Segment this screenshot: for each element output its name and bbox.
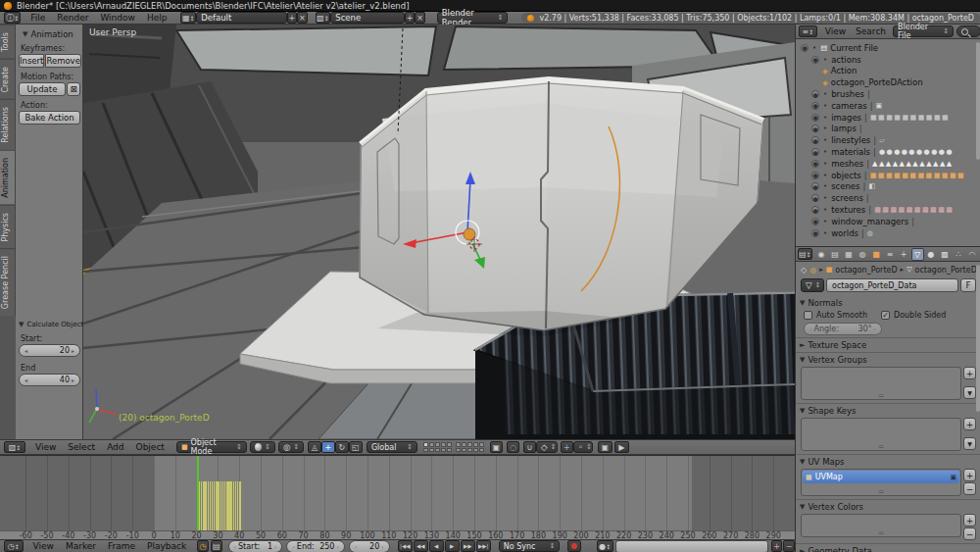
- slider-right-arrow-icon[interactable]: ▸: [72, 347, 74, 354]
- outliner-item-label[interactable]: screens: [831, 193, 863, 203]
- menu-item[interactable]: Frame: [102, 541, 141, 551]
- shape-key-add-button[interactable]: +: [963, 418, 976, 430]
- slider-left-arrow-icon[interactable]: ◂: [24, 376, 27, 383]
- outliner-row[interactable]: ●•screens|: [798, 192, 979, 204]
- breadcrumb-data[interactable]: octagon_PorteD_Data: [915, 266, 980, 275]
- expander-icon[interactable]: ●: [801, 44, 808, 52]
- vertex-group-specials-button[interactable]: ▼: [963, 386, 976, 399]
- path-end-slider[interactable]: ◂ 40 ▸: [19, 374, 80, 386]
- animation-panel-header[interactable]: ▼ Animation: [19, 27, 80, 41]
- smooth-angle-slider[interactable]: ‹Angle: 30°›: [804, 323, 882, 335]
- editor-type-info-icon[interactable]: ⓘ↕: [4, 12, 21, 24]
- slider-left-arrow-icon[interactable]: ◂: [24, 347, 27, 354]
- active-keying-set-field[interactable]: [615, 540, 768, 552]
- update-paths-button[interactable]: Update: [19, 82, 66, 96]
- outliner-row[interactable]: ◈Action: [798, 66, 979, 77]
- outliner-display-mode-select[interactable]: Blender File↕: [893, 25, 954, 37]
- scene-lock-icon[interactable]: ▣: [490, 441, 503, 453]
- layer-toggle[interactable]: [429, 448, 434, 453]
- layer-toggle[interactable]: [479, 448, 484, 453]
- mode-select[interactable]: ■ Object Mode↕: [176, 441, 247, 453]
- mesh-browse-icon[interactable]: ▽↕: [801, 278, 824, 292]
- scene-add-button[interactable]: +: [405, 12, 415, 24]
- menu-item[interactable]: Render: [51, 13, 94, 23]
- menu-item[interactable]: View: [820, 26, 851, 36]
- layer-toggle[interactable]: [423, 442, 428, 447]
- translate-manipulator-icon[interactable]: +: [321, 441, 335, 453]
- properties-tab-particles[interactable]: ∴: [953, 248, 965, 261]
- tool-shelf-tab[interactable]: Physics: [0, 205, 16, 249]
- properties-tab-constraints[interactable]: ≡: [884, 248, 897, 261]
- properties-tab-object-data[interactable]: ▽: [911, 248, 924, 261]
- layer-toggle[interactable]: [462, 442, 466, 447]
- vertex-group-add-button[interactable]: +: [963, 367, 976, 379]
- outliner-row[interactable]: ●•actions: [798, 54, 979, 66]
- outliner-item-label[interactable]: Action: [831, 66, 858, 75]
- outliner-item-label[interactable]: octagon_PorteDAction: [831, 77, 923, 87]
- vertex-colors-panel-header[interactable]: ▼Vertex Colors: [796, 499, 980, 514]
- playhead[interactable]: [197, 456, 199, 530]
- render-opengl-anim-icon[interactable]: ▶: [614, 441, 629, 453]
- remove-keyframe-button[interactable]: Remove: [45, 54, 81, 68]
- datablock-name-field[interactable]: octagon_PorteD_Data: [826, 278, 958, 292]
- uv-map-add-button[interactable]: +: [963, 469, 976, 481]
- properties-tab-render-layers[interactable]: ▤: [829, 248, 842, 261]
- outliner-row[interactable]: ●•materials|●●●●●●●●●●: [798, 146, 979, 158]
- outliner-item-label[interactable]: scenes: [831, 181, 859, 191]
- outliner-row[interactable]: ●•worlds|◍: [798, 227, 979, 239]
- properties-tab-texture[interactable]: ▩: [939, 248, 952, 261]
- scene-close-button[interactable]: ×: [415, 12, 424, 24]
- tool-shelf-tab[interactable]: Create: [0, 59, 16, 100]
- snap-target-icon[interactable]: +: [561, 441, 573, 453]
- outliner-row[interactable]: ●•brushes|: [798, 88, 979, 100]
- menu-item[interactable]: Search: [851, 26, 891, 36]
- timeline-ruler[interactable]: -60-50-40-30-20-100102030405060708090100…: [0, 530, 795, 539]
- scene-field[interactable]: Scene: [330, 12, 405, 24]
- properties-tab-scene[interactable]: ▦: [843, 248, 856, 261]
- double-sided-checkbox[interactable]: ✓: [881, 311, 890, 320]
- menu-item[interactable]: Add: [101, 442, 129, 452]
- playback-button[interactable]: ◀◀: [414, 540, 428, 552]
- snap-mode-select[interactable]: ◦↕: [573, 441, 593, 453]
- properties-tab-material[interactable]: ●: [925, 248, 938, 261]
- expander-icon[interactable]: ●: [811, 172, 819, 179]
- vertex-colors-list[interactable]: =: [801, 514, 961, 537]
- playback-button[interactable]: ▶▶|: [476, 540, 491, 552]
- render-camera-icon[interactable]: ▣: [950, 474, 956, 481]
- shape-keys-list[interactable]: =: [801, 418, 961, 451]
- expander-icon[interactable]: ●: [811, 114, 819, 122]
- expander-icon[interactable]: ●: [811, 148, 819, 156]
- render-opengl-icon[interactable]: ▣: [598, 441, 612, 453]
- layer-toggle[interactable]: [467, 448, 472, 453]
- menu-item[interactable]: Playback: [141, 541, 192, 551]
- expander-icon[interactable]: ●: [811, 102, 819, 110]
- outliner-item-label[interactable]: linestyles: [831, 135, 870, 145]
- pivot-select[interactable]: ◎↕: [278, 441, 304, 453]
- outliner-item-label[interactable]: objects: [831, 171, 861, 180]
- outliner-search-field[interactable]: [956, 25, 980, 37]
- vertex-groups-list[interactable]: =: [801, 367, 961, 400]
- normals-panel-header[interactable]: ▼Normals: [796, 296, 980, 310]
- layer-toggle[interactable]: [456, 448, 461, 453]
- menu-item[interactable]: View: [29, 442, 62, 452]
- auto-keyframe-record-icon[interactable]: [567, 540, 580, 552]
- geometry-data-panel-header[interactable]: ►Geometry Data: [796, 543, 980, 552]
- breadcrumb-object[interactable]: octagon_PorteD: [835, 266, 897, 275]
- properties-tab-object[interactable]: ■: [870, 248, 883, 261]
- uv-map-row[interactable]: ▦ UVMap ▣: [803, 471, 959, 483]
- expander-icon[interactable]: ●: [811, 182, 819, 190]
- fake-user-button[interactable]: F: [960, 278, 976, 292]
- menu-item[interactable]: Window: [94, 13, 141, 23]
- uv-map-remove-button[interactable]: −: [963, 482, 976, 495]
- tool-shelf-tab[interactable]: Grease Pencil: [0, 248, 16, 316]
- tool-shelf-tab[interactable]: Relations: [0, 99, 16, 150]
- bake-action-button[interactable]: Bake Action: [19, 111, 80, 125]
- menu-item[interactable]: Select: [62, 442, 101, 452]
- editor-type-3dview-icon[interactable]: ▧↕: [4, 441, 25, 453]
- layer-toggle[interactable]: [447, 448, 452, 453]
- delete-keyframe-icon[interactable]: −: [783, 540, 795, 552]
- current-frame-field[interactable]: ‹20 ›: [349, 540, 390, 552]
- layer-toggle[interactable]: [467, 442, 472, 447]
- menu-item[interactable]: Marker: [60, 541, 102, 551]
- outliner-item-label[interactable]: lamps: [831, 124, 857, 133]
